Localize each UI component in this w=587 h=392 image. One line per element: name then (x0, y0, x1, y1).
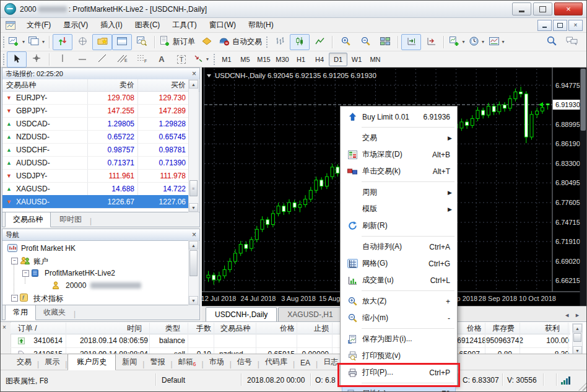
market-watch-row[interactable]: ▼USDJPY-111.961111.978 (2, 169, 188, 183)
horizontal-line-tool[interactable] (72, 51, 92, 68)
arrows-tool[interactable]: ▾ (191, 51, 211, 68)
timeframe-m1[interactable]: M1 (217, 53, 236, 66)
market-watch-tab-1[interactable]: 即时图 (52, 212, 89, 227)
new-chart-button[interactable]: ▾ (7, 34, 27, 50)
chart-tab-0[interactable]: USDCNH-,Daily (206, 307, 277, 321)
scroll-up-icon[interactable]: ▲ (189, 80, 198, 89)
terminal-row[interactable]: 34106142018.09.14 08:06:59balance6912418… (11, 334, 570, 348)
resize-grip[interactable] (578, 383, 586, 391)
mdi-close-button[interactable]: × (568, 20, 583, 31)
scroll-thumb[interactable] (189, 250, 198, 276)
scroll-thumb[interactable]: ≡ (189, 180, 198, 196)
menu-help[interactable]: 帮助(H) (242, 18, 280, 32)
terminal-tab-alerts[interactable]: 警报 (145, 354, 170, 370)
toolbar-grip[interactable] (2, 36, 5, 48)
context-item-7[interactable]: 模版▶ (342, 201, 456, 217)
terminal-col-4[interactable]: 交易品种 (220, 323, 255, 334)
line-chart-button[interactable] (310, 34, 329, 50)
text-tool[interactable]: A (152, 51, 172, 68)
context-item-save-picture[interactable]: 保存为图片(i)... (342, 331, 456, 347)
terminal-tab-account-history[interactable]: 账户历史 (67, 354, 116, 370)
terminal-toggle[interactable] (112, 34, 132, 50)
timeframe-h4[interactable]: H4 (310, 53, 329, 66)
market-watch-toggle[interactable] (53, 34, 72, 50)
terminal-col-1[interactable]: 时间 (87, 323, 142, 334)
terminal-tab-signals[interactable]: 信号 (232, 354, 257, 370)
timeframe-m15[interactable]: M15 (254, 53, 273, 66)
tree-item-server[interactable]: −ProfitMarketHK-Live2 (2, 267, 188, 279)
crosshair-tool[interactable] (27, 51, 46, 68)
chart-shift-toggle[interactable] (421, 34, 441, 50)
window-maximize-button[interactable] (533, 2, 552, 15)
window-close-button[interactable]: × (554, 2, 583, 15)
navigator-tab-1[interactable]: 收藏夹 (36, 305, 73, 320)
context-item-buy-arrow[interactable]: Buy Limit 0.016.91936 (342, 108, 456, 125)
toolbar-grip[interactable] (2, 53, 5, 66)
terminal-tab-ea[interactable]: EA (295, 356, 315, 370)
terminal-tab-market[interactable]: 市场 (204, 354, 229, 370)
terminal-col-9[interactable]: 获利 (521, 323, 560, 334)
zoom-in-button[interactable] (336, 34, 355, 50)
terminal-col-2[interactable]: 类型 (149, 323, 180, 334)
indicators-button[interactable]: ▾ (447, 34, 467, 50)
menu-tools[interactable]: 工具(T) (166, 18, 202, 32)
timeframe-h1[interactable]: H1 (292, 53, 310, 66)
tree-item-accounts[interactable]: −账户 (2, 255, 188, 267)
context-item-depth[interactable]: 市场深度(D)Alt+B (342, 146, 456, 163)
terminal-scroll-thumb[interactable] (573, 333, 581, 342)
window-minimize-button[interactable] (512, 2, 531, 15)
bar-chart-button[interactable] (270, 34, 290, 50)
cursor-tool[interactable] (7, 51, 27, 68)
vertical-line-tool[interactable] (53, 51, 72, 68)
terminal-close-icon[interactable]: × (2, 324, 6, 331)
terminal-tab-exposure[interactable]: 展示 (40, 354, 64, 370)
terminal-col-8[interactable]: 库存费 (484, 323, 515, 334)
timeframe-mn[interactable]: MN (366, 53, 385, 66)
trendline-tool[interactable] (92, 51, 112, 68)
menu-insert[interactable]: 插入(I) (94, 18, 128, 32)
context-item-volumes[interactable]: 成交量(u)Ctrl+L (342, 272, 456, 289)
terminal-col-6[interactable]: 止损 (295, 323, 329, 334)
scroll-down-icon[interactable]: ▼ (189, 296, 198, 305)
chart-tab-1[interactable]: XAGUSD-,H1 (278, 307, 342, 321)
terminal-tab-code-base[interactable]: 代码库 (260, 354, 292, 370)
context-item-grid[interactable]: 网格(G)Ctrl+G (342, 255, 456, 272)
context-item-one-click[interactable]: 单击交易(k)Alt+T (342, 163, 456, 180)
fibonacci-tool[interactable]: F (132, 51, 152, 68)
tree-item-user[interactable]: 20000 (2, 279, 188, 292)
context-item-6[interactable]: 周期▶ (342, 184, 456, 201)
market-watch-row[interactable]: ▼XAUUSD-1226.671227.06 (2, 195, 188, 209)
mdi-minimize-button[interactable] (537, 20, 552, 31)
auto-scroll-toggle[interactable] (401, 34, 421, 50)
equidistant-channel-tool[interactable]: E (112, 51, 132, 68)
market-watch-scrollbar[interactable]: ▲≡▼ (188, 79, 199, 212)
tree-expander-icon[interactable]: − (22, 270, 29, 277)
context-item-a[interactable]: 自动排列(A)Ctrl+A (342, 238, 456, 255)
terminal-tab-news[interactable]: 新闻 (117, 354, 142, 370)
timeframe-m30[interactable]: M30 (273, 53, 292, 66)
tab-scroll-left-icon[interactable]: ◄ (564, 312, 570, 318)
timeframe-m5[interactable]: M5 (236, 53, 254, 66)
context-item-zoom-out[interactable]: 缩小(m)- (342, 310, 456, 326)
terminal-col-5[interactable]: 价格 (256, 323, 295, 334)
toolbar-grip[interactable] (213, 53, 215, 66)
navigator-tab-0[interactable]: 常用 (5, 305, 36, 320)
tree-expander-icon[interactable]: − (11, 258, 18, 264)
market-watch-row[interactable]: ▲XAGUSD-14.68814.722 (2, 182, 188, 196)
market-watch-row[interactable]: ▲USDCHF-0.987570.98781 (2, 143, 188, 157)
context-item-zoom-in[interactable]: 放大(Z)+ (342, 293, 456, 310)
profiles-button[interactable]: ▾ (27, 34, 46, 50)
tree-item-mt-logo[interactable]: Profit Market HK (2, 242, 188, 255)
context-item-refresh[interactable]: 刷新(R) (342, 217, 456, 234)
toolbar-grip[interactable] (266, 36, 268, 48)
market-watch-row[interactable]: ▼GBPJPY-147.255147.289 (2, 104, 188, 118)
periods-button[interactable]: ▾ (467, 34, 487, 50)
menu-window[interactable]: 窗口(W) (203, 18, 242, 32)
terminal-col-3[interactable]: 手数 (185, 323, 211, 334)
timeframe-d1[interactable]: D1 (329, 53, 347, 66)
terminal-col-0[interactable]: 订单 / (18, 323, 55, 334)
market-watch-row[interactable]: ▲NZDUSD-0.657220.65745 (2, 130, 188, 144)
market-watch-row[interactable]: ▲USDCAD-1.298051.29828 (2, 117, 188, 131)
templates-button[interactable]: ▾ (487, 34, 507, 50)
strategy-tester-button[interactable] (132, 34, 152, 50)
